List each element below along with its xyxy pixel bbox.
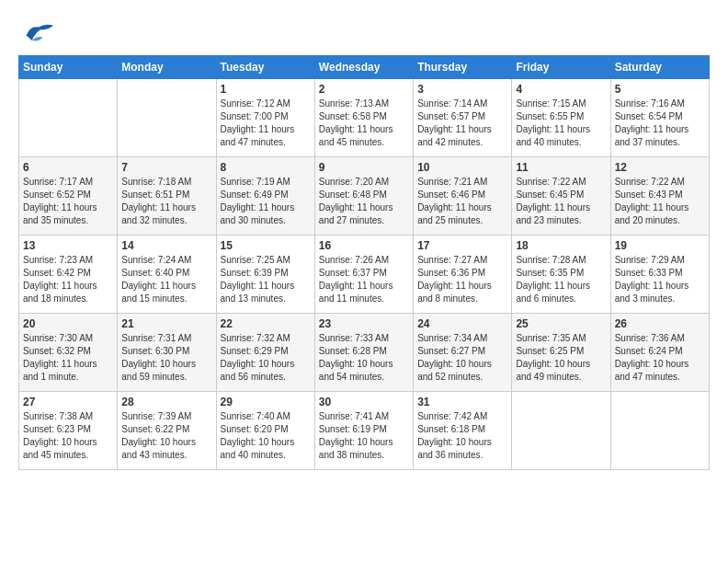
day-info: Sunrise: 7:26 AM Sunset: 6:37 PM Dayligh…: [319, 254, 409, 305]
day-number: 29: [221, 396, 311, 408]
day-number: 15: [221, 239, 311, 252]
day-info: Sunrise: 7:27 AM Sunset: 6:36 PM Dayligh…: [417, 254, 507, 305]
day-info: Sunrise: 7:42 AM Sunset: 6:18 PM Dayligh…: [417, 410, 507, 462]
logo: [18, 18, 55, 46]
calendar-cell: 29Sunrise: 7:40 AM Sunset: 6:20 PM Dayli…: [216, 392, 314, 470]
day-number: 19: [615, 239, 705, 252]
day-info: Sunrise: 7:29 AM Sunset: 6:33 PM Dayligh…: [615, 254, 705, 305]
calendar-cell: 5Sunrise: 7:16 AM Sunset: 6:54 PM Daylig…: [610, 79, 709, 157]
day-number: 25: [516, 317, 606, 330]
day-info: Sunrise: 7:34 AM Sunset: 6:27 PM Dayligh…: [417, 332, 507, 384]
day-number: 27: [23, 396, 113, 408]
calendar-cell: [512, 392, 610, 470]
day-number: 2: [319, 83, 409, 96]
calendar-table: SundayMondayTuesdayWednesdayThursdayFrid…: [18, 55, 710, 470]
day-info: Sunrise: 7:36 AM Sunset: 6:24 PM Dayligh…: [615, 332, 705, 384]
header-row: SundayMondayTuesdayWednesdayThursdayFrid…: [19, 56, 710, 79]
day-info: Sunrise: 7:32 AM Sunset: 6:29 PM Dayligh…: [221, 332, 311, 384]
day-info: Sunrise: 7:38 AM Sunset: 6:23 PM Dayligh…: [23, 410, 113, 462]
day-info: Sunrise: 7:20 AM Sunset: 6:48 PM Dayligh…: [319, 176, 409, 227]
day-number: 8: [221, 161, 311, 174]
day-info: Sunrise: 7:14 AM Sunset: 6:57 PM Dayligh…: [417, 98, 507, 149]
calendar-cell: 24Sunrise: 7:34 AM Sunset: 6:27 PM Dayli…: [414, 314, 512, 392]
day-number: 18: [516, 239, 606, 252]
day-info: Sunrise: 7:19 AM Sunset: 6:49 PM Dayligh…: [221, 176, 311, 227]
calendar-cell: 3Sunrise: 7:14 AM Sunset: 6:57 PM Daylig…: [414, 79, 512, 157]
week-row-4: 20Sunrise: 7:30 AM Sunset: 6:32 PM Dayli…: [19, 314, 710, 392]
day-info: Sunrise: 7:12 AM Sunset: 7:00 PM Dayligh…: [221, 98, 311, 149]
day-number: 12: [615, 161, 705, 174]
calendar-cell: 28Sunrise: 7:39 AM Sunset: 6:22 PM Dayli…: [118, 392, 216, 470]
calendar-cell: 6Sunrise: 7:17 AM Sunset: 6:52 PM Daylig…: [19, 157, 118, 236]
day-number: 5: [615, 83, 705, 96]
header-day-saturday: Saturday: [610, 56, 709, 79]
calendar-header: SundayMondayTuesdayWednesdayThursdayFrid…: [19, 56, 710, 79]
day-number: 9: [319, 161, 409, 174]
day-info: Sunrise: 7:18 AM Sunset: 6:51 PM Dayligh…: [121, 176, 211, 227]
calendar-cell: 4Sunrise: 7:15 AM Sunset: 6:55 PM Daylig…: [512, 79, 610, 157]
day-info: Sunrise: 7:33 AM Sunset: 6:28 PM Dayligh…: [319, 332, 409, 384]
calendar-cell: 14Sunrise: 7:24 AM Sunset: 6:40 PM Dayli…: [118, 236, 216, 314]
day-info: Sunrise: 7:17 AM Sunset: 6:52 PM Dayligh…: [23, 176, 113, 227]
calendar-cell: 7Sunrise: 7:18 AM Sunset: 6:51 PM Daylig…: [118, 157, 216, 236]
calendar-cell: 2Sunrise: 7:13 AM Sunset: 6:58 PM Daylig…: [314, 79, 413, 157]
day-number: 26: [615, 317, 705, 330]
day-number: 13: [23, 239, 113, 252]
day-number: 28: [121, 396, 211, 408]
day-info: Sunrise: 7:31 AM Sunset: 6:30 PM Dayligh…: [121, 332, 211, 384]
logo-bird-icon: [22, 18, 55, 46]
calendar-cell: [118, 79, 216, 157]
day-number: 11: [516, 161, 606, 174]
calendar-cell: 20Sunrise: 7:30 AM Sunset: 6:32 PM Dayli…: [19, 314, 118, 392]
header-day-friday: Friday: [512, 56, 610, 79]
calendar-cell: 17Sunrise: 7:27 AM Sunset: 6:36 PM Dayli…: [414, 236, 512, 314]
calendar-cell: 9Sunrise: 7:20 AM Sunset: 6:48 PM Daylig…: [314, 157, 413, 236]
calendar-cell: 21Sunrise: 7:31 AM Sunset: 6:30 PM Dayli…: [118, 314, 216, 392]
calendar-cell: 31Sunrise: 7:42 AM Sunset: 6:18 PM Dayli…: [414, 392, 512, 470]
day-info: Sunrise: 7:41 AM Sunset: 6:19 PM Dayligh…: [319, 410, 409, 462]
calendar-cell: 13Sunrise: 7:23 AM Sunset: 6:42 PM Dayli…: [19, 236, 118, 314]
day-number: 17: [417, 239, 507, 252]
header-day-monday: Monday: [118, 56, 216, 79]
day-number: 7: [121, 161, 211, 174]
day-info: Sunrise: 7:15 AM Sunset: 6:55 PM Dayligh…: [516, 98, 606, 149]
calendar-cell: 25Sunrise: 7:35 AM Sunset: 6:25 PM Dayli…: [512, 314, 610, 392]
day-number: 6: [23, 161, 113, 174]
day-info: Sunrise: 7:22 AM Sunset: 6:43 PM Dayligh…: [615, 176, 705, 227]
calendar-cell: 10Sunrise: 7:21 AM Sunset: 6:46 PM Dayli…: [414, 157, 512, 236]
calendar-cell: 15Sunrise: 7:25 AM Sunset: 6:39 PM Dayli…: [216, 236, 314, 314]
day-info: Sunrise: 7:21 AM Sunset: 6:46 PM Dayligh…: [417, 176, 507, 227]
day-number: 3: [417, 83, 507, 96]
calendar-cell: 11Sunrise: 7:22 AM Sunset: 6:45 PM Dayli…: [512, 157, 610, 236]
day-info: Sunrise: 7:13 AM Sunset: 6:58 PM Dayligh…: [319, 98, 409, 149]
day-info: Sunrise: 7:30 AM Sunset: 6:32 PM Dayligh…: [23, 332, 113, 384]
calendar-cell: 26Sunrise: 7:36 AM Sunset: 6:24 PM Dayli…: [610, 314, 709, 392]
day-number: 30: [319, 396, 409, 408]
calendar-cell: 30Sunrise: 7:41 AM Sunset: 6:19 PM Dayli…: [314, 392, 413, 470]
page-header: [18, 18, 710, 46]
header-day-thursday: Thursday: [414, 56, 512, 79]
calendar-cell: 18Sunrise: 7:28 AM Sunset: 6:35 PM Dayli…: [512, 236, 610, 314]
week-row-5: 27Sunrise: 7:38 AM Sunset: 6:23 PM Dayli…: [19, 392, 710, 470]
week-row-1: 1Sunrise: 7:12 AM Sunset: 7:00 PM Daylig…: [19, 79, 710, 157]
calendar-cell: [19, 79, 118, 157]
day-number: 20: [23, 317, 113, 330]
day-number: 21: [121, 317, 211, 330]
day-number: 4: [516, 83, 606, 96]
calendar-cell: 1Sunrise: 7:12 AM Sunset: 7:00 PM Daylig…: [216, 79, 314, 157]
calendar-cell: 23Sunrise: 7:33 AM Sunset: 6:28 PM Dayli…: [314, 314, 413, 392]
day-number: 10: [417, 161, 507, 174]
day-number: 1: [221, 83, 311, 96]
day-info: Sunrise: 7:23 AM Sunset: 6:42 PM Dayligh…: [23, 254, 113, 305]
day-number: 16: [319, 239, 409, 252]
day-number: 23: [319, 317, 409, 330]
day-info: Sunrise: 7:40 AM Sunset: 6:20 PM Dayligh…: [221, 410, 311, 462]
calendar-cell: 8Sunrise: 7:19 AM Sunset: 6:49 PM Daylig…: [216, 157, 314, 236]
calendar-cell: 19Sunrise: 7:29 AM Sunset: 6:33 PM Dayli…: [610, 236, 709, 314]
header-day-sunday: Sunday: [19, 56, 118, 79]
calendar-cell: 12Sunrise: 7:22 AM Sunset: 6:43 PM Dayli…: [610, 157, 709, 236]
day-number: 24: [417, 317, 507, 330]
calendar-cell: 27Sunrise: 7:38 AM Sunset: 6:23 PM Dayli…: [19, 392, 118, 470]
day-info: Sunrise: 7:39 AM Sunset: 6:22 PM Dayligh…: [121, 410, 211, 462]
week-row-2: 6Sunrise: 7:17 AM Sunset: 6:52 PM Daylig…: [19, 157, 710, 236]
